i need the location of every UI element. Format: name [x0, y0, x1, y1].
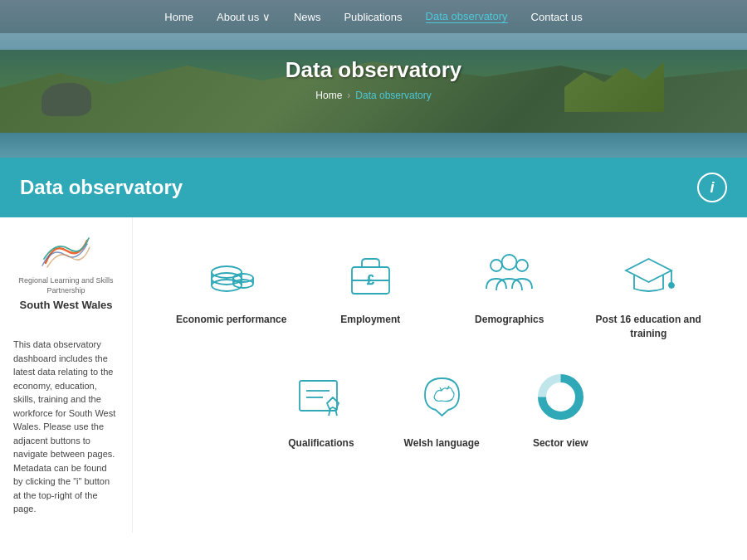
icon-post16-education[interactable]: Post 16 education and training — [583, 242, 715, 341]
section-header: Data observatory i — [0, 158, 747, 217]
svg-point-15 — [516, 260, 528, 271]
org-name-small: Regional Learning and Skills Partnership — [13, 276, 119, 295]
icon-economic-label: Economic performance — [176, 313, 286, 327]
nav-publications[interactable]: Publications — [344, 11, 402, 23]
icon-employment-label: Employment — [340, 313, 400, 327]
svg-rect-20 — [300, 381, 337, 411]
breadcrumb-current: Data observatory — [355, 90, 431, 101]
logo-area: Regional Learning and Skills Partnership… — [13, 234, 119, 313]
icon-qualifications[interactable]: Qualifications — [288, 366, 354, 450]
nav-news[interactable]: News — [294, 11, 321, 23]
svg-text:£: £ — [367, 273, 374, 287]
sidebar: Regional Learning and Skills Partnership… — [0, 217, 133, 533]
org-logo — [37, 234, 95, 271]
icon-sector-view-label: Sector view — [533, 436, 588, 450]
nav-about[interactable]: About us ∨ — [217, 11, 271, 23]
icon-sector-view[interactable]: Sector view — [530, 366, 592, 450]
icon-economic-performance[interactable]: Economic performance — [166, 242, 297, 341]
svg-point-25 — [550, 387, 570, 407]
icon-demographics[interactable]: Demographics — [444, 242, 575, 341]
org-name-large: South West Wales — [20, 299, 113, 313]
svg-point-10 — [233, 274, 253, 282]
svg-point-6 — [212, 266, 242, 278]
icon-employment[interactable]: £ Employment — [305, 242, 437, 341]
breadcrumb-home[interactable]: Home — [315, 90, 342, 101]
icon-qualifications-label: Qualifications — [288, 436, 354, 450]
svg-point-19 — [669, 283, 674, 288]
nav-data-observatory[interactable]: Data observatory — [426, 10, 508, 23]
icon-post16-label: Post 16 education and training — [583, 313, 715, 341]
section-title: Data observatory — [20, 176, 697, 199]
sidebar-description: This data observatory dashboard includes… — [13, 338, 119, 516]
hero-title: Data observatory — [286, 57, 461, 83]
nav-home[interactable]: Home — [164, 11, 193, 23]
info-button[interactable]: i — [697, 173, 727, 202]
icon-welsh-language-label: Welsh language — [404, 436, 480, 450]
svg-point-14 — [491, 260, 502, 271]
icons-row1: Economic performance £ Employment — [166, 242, 714, 341]
breadcrumb-arrow: › — [347, 90, 350, 101]
svg-marker-17 — [626, 259, 671, 282]
icon-demographics-label: Demographics — [475, 313, 544, 327]
icon-welsh-language[interactable]: Welsh language — [404, 366, 480, 450]
main-content: Economic performance £ Employment — [133, 217, 747, 533]
svg-point-16 — [502, 255, 517, 270]
nav-contact[interactable]: Contact us — [531, 11, 583, 23]
